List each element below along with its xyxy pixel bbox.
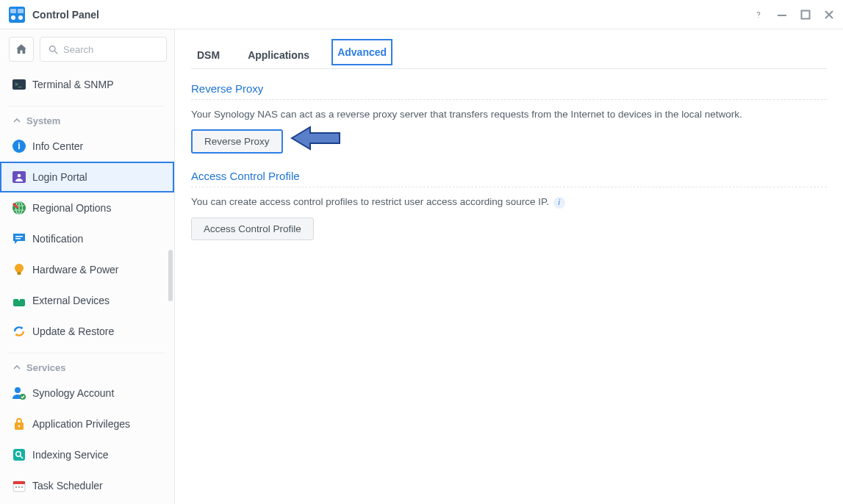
minimize-icon[interactable]	[777, 10, 787, 20]
svg-text:>_: >_	[15, 81, 22, 87]
sidebar-item-indexing[interactable]: Indexing Service	[0, 439, 174, 470]
tab-dsm[interactable]: DSM	[191, 42, 226, 68]
svg-point-26	[18, 425, 21, 428]
main-content: DSM Applications Advanced Reverse Proxy …	[175, 29, 843, 504]
refresh-icon	[12, 324, 32, 339]
svg-rect-27	[13, 449, 25, 461]
sidebar-item-hardware[interactable]: Hardware & Power	[0, 254, 174, 285]
close-icon[interactable]	[824, 10, 834, 20]
terminal-icon: >_	[12, 77, 32, 92]
svg-point-5	[758, 16, 758, 17]
svg-rect-34	[21, 486, 23, 488]
sidebar-item-label: Application Privileges	[32, 418, 130, 430]
bulb-icon	[12, 262, 32, 277]
login-portal-icon	[12, 170, 32, 184]
svg-point-20	[15, 264, 24, 273]
search-icon	[48, 44, 59, 55]
app-icon	[9, 7, 25, 23]
sidebar-section-services[interactable]: Services	[0, 353, 174, 378]
svg-point-3	[11, 15, 15, 20]
tabbar: DSM Applications Advanced	[191, 37, 827, 69]
svg-rect-2	[18, 9, 24, 13]
account-icon	[12, 386, 32, 400]
search-input[interactable]	[63, 37, 166, 61]
section-desc-reverse-proxy: Your Synology NAS can act as a reverse p…	[191, 107, 827, 122]
sidebar-item-update[interactable]: Update & Restore	[0, 316, 174, 347]
svg-point-4	[18, 15, 23, 20]
info-icon[interactable]: i	[553, 197, 565, 209]
sidebar-item-synoacct[interactable]: Synology Account	[0, 378, 174, 408]
sidebar-item-info[interactable]: i Info Center	[0, 131, 174, 162]
sidebar-item-terminal[interactable]: >_ Terminal & SNMP	[0, 69, 174, 100]
svg-rect-7	[802, 10, 810, 18]
svg-rect-33	[18, 486, 20, 488]
sidebar-item-regional[interactable]: Regional Options	[0, 192, 174, 223]
svg-rect-1	[10, 9, 16, 13]
svg-rect-32	[15, 486, 17, 488]
section-desc-acp-text: You can create access control profiles t…	[191, 196, 549, 207]
sidebar-item-label: Regional Options	[32, 202, 111, 214]
svg-point-8	[50, 46, 56, 51]
sidebar-item-label: Info Center	[32, 140, 83, 152]
search-input-wrap[interactable]	[40, 37, 167, 62]
svg-text:i: i	[18, 141, 20, 151]
info-icon: i	[12, 139, 32, 154]
sidebar-item-label: Notification	[32, 233, 83, 245]
window-title: Control Panel	[32, 9, 753, 21]
svg-rect-21	[18, 272, 21, 275]
svg-marker-35	[292, 127, 340, 149]
sidebar-item-appriv[interactable]: Application Privileges	[0, 408, 174, 439]
maximize-icon[interactable]	[800, 10, 811, 20]
chevron-up-icon	[13, 117, 21, 124]
sidebar-item-label: Synology Account	[32, 387, 114, 399]
calendar-icon	[12, 478, 32, 493]
divider	[191, 187, 827, 187]
sidebar-item-label: Login Portal	[32, 171, 87, 183]
globe-icon	[12, 201, 32, 215]
chat-icon	[12, 231, 32, 246]
section-desc-acp: You can create access control profiles t…	[191, 195, 827, 209]
svg-point-15	[18, 174, 21, 178]
tab-applications[interactable]: Applications	[242, 42, 315, 68]
sidebar-section-label: System	[26, 115, 60, 126]
sidebar-item-task[interactable]: Task Scheduler	[0, 470, 174, 501]
sidebar-top	[0, 37, 174, 69]
section-title-acp: Access Control Profile	[191, 170, 827, 182]
acp-button[interactable]: Access Control Profile	[191, 217, 314, 240]
sidebar-item-label: Indexing Service	[32, 449, 109, 461]
sidebar: >_ Terminal & SNMP System i Info Center …	[0, 29, 175, 504]
search-service-icon	[12, 447, 32, 462]
sidebar-item-label: Task Scheduler	[32, 480, 103, 492]
titlebar: Control Panel	[0, 0, 843, 29]
sidebar-section-label: Services	[26, 362, 66, 373]
sidebar-item-external[interactable]: External Devices	[0, 285, 174, 316]
svg-point-23	[15, 387, 21, 393]
svg-rect-6	[778, 15, 786, 16]
upload-device-icon	[12, 293, 32, 308]
window-controls	[753, 10, 834, 20]
sidebar-item-notification[interactable]: Notification	[0, 223, 174, 254]
lock-icon	[12, 417, 32, 431]
sidebar-item-label: Terminal & SNMP	[32, 79, 113, 90]
svg-rect-19	[15, 238, 21, 240]
help-icon[interactable]	[753, 10, 764, 20]
sidebar-item-label: External Devices	[32, 295, 110, 306]
sidebar-item-label: Update & Restore	[32, 325, 114, 337]
chevron-up-icon	[13, 364, 21, 371]
home-button[interactable]	[9, 37, 34, 62]
tab-advanced[interactable]: Advanced	[331, 39, 392, 65]
svg-rect-31	[13, 481, 25, 484]
section-title-reverse-proxy: Reverse Proxy	[191, 82, 827, 95]
annotation-arrow-icon	[288, 123, 347, 153]
svg-rect-18	[15, 236, 23, 237]
sidebar-item-label: Hardware & Power	[32, 264, 119, 276]
sidebar-item-login[interactable]: Login Portal	[0, 162, 174, 192]
scrollbar-thumb[interactable]	[168, 250, 173, 301]
sidebar-section-system[interactable]: System	[0, 107, 174, 131]
svg-line-9	[54, 51, 57, 54]
reverse-proxy-button[interactable]: Reverse Proxy	[191, 129, 283, 154]
divider	[191, 99, 827, 100]
